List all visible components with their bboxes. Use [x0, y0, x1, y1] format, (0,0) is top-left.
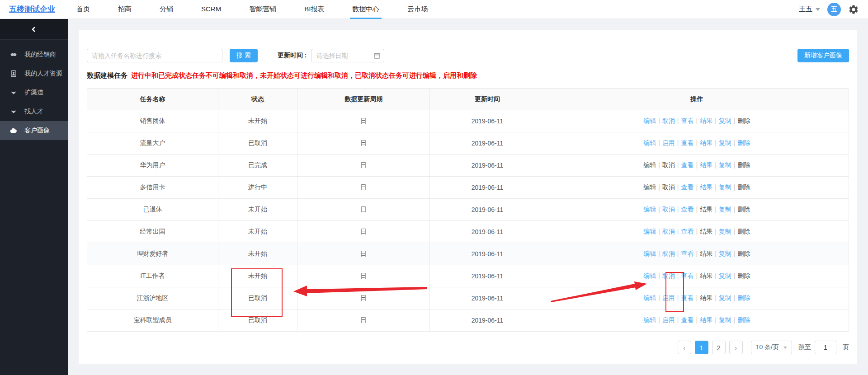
action-link-4[interactable]: 复制	[719, 206, 731, 213]
action-link-0[interactable]: 编辑	[643, 228, 656, 235]
avatar[interactable]: 五	[827, 3, 841, 16]
action-link-5[interactable]: 删除	[737, 294, 750, 301]
nav-item-0[interactable]: 首页	[74, 0, 92, 19]
action-link-1[interactable]: 取消	[662, 183, 675, 191]
action-link-3[interactable]: 结果	[700, 206, 712, 213]
nav-item-1[interactable]: 招商	[116, 0, 134, 19]
action-link-0[interactable]: 编辑	[643, 206, 656, 213]
action-link-3[interactable]: 结果	[700, 228, 712, 235]
action-link-3[interactable]: 结果	[700, 316, 712, 323]
action-link-1[interactable]: 启用	[662, 316, 675, 323]
action-link-0[interactable]: 编辑	[643, 250, 656, 257]
action-link-1[interactable]: 取消	[662, 206, 675, 213]
action-link-4[interactable]: 复制	[719, 250, 731, 257]
sidebar-item-3[interactable]: 找人才	[0, 102, 68, 121]
action-link-1[interactable]: 取消	[662, 161, 675, 169]
pagination-page-2[interactable]: 2	[712, 341, 726, 354]
gear-icon[interactable]	[848, 4, 859, 15]
search-input[interactable]	[87, 49, 222, 62]
action-link-1[interactable]: 启用	[662, 294, 675, 301]
action-link-5[interactable]: 删除	[737, 272, 750, 279]
action-link-3[interactable]: 结果	[700, 183, 712, 191]
action-link-0[interactable]: 编辑	[643, 183, 656, 191]
action-link-1[interactable]: 取消	[662, 272, 675, 279]
jump-to-input[interactable]	[815, 341, 836, 354]
action-separator: |	[715, 316, 717, 323]
action-link-5[interactable]: 删除	[737, 250, 750, 257]
action-link-0[interactable]: 编辑	[643, 161, 656, 169]
page-title: 数据建模任务	[87, 71, 127, 80]
action-link-2[interactable]: 查看	[681, 272, 694, 279]
nav-item-6[interactable]: 数据中心	[350, 0, 382, 19]
action-link-2[interactable]: 查看	[681, 316, 694, 323]
sidebar-item-2[interactable]: 扩渠道	[0, 83, 68, 102]
action-link-4[interactable]: 复制	[719, 272, 731, 279]
action-separator: |	[677, 206, 679, 213]
pagination-page-1[interactable]: 1	[695, 341, 708, 354]
action-link-2[interactable]: 查看	[681, 250, 694, 257]
action-link-2[interactable]: 查看	[681, 117, 694, 124]
action-separator: |	[696, 206, 698, 213]
action-link-4[interactable]: 复制	[719, 228, 731, 235]
action-link-5[interactable]: 删除	[737, 206, 750, 213]
action-link-4[interactable]: 复制	[719, 139, 731, 146]
action-link-0[interactable]: 编辑	[643, 117, 656, 124]
action-link-4[interactable]: 复制	[719, 161, 731, 169]
action-link-3[interactable]: 结果	[700, 294, 712, 301]
page-size-select[interactable]: 10 条/页	[751, 341, 792, 354]
action-link-5[interactable]: 删除	[737, 316, 750, 323]
sidebar-item-0[interactable]: 我的经销商	[0, 45, 68, 64]
add-customer-profile-button[interactable]: 新增客户画像	[797, 49, 849, 62]
action-link-1[interactable]: 取消	[662, 117, 675, 124]
action-link-1[interactable]: 取消	[662, 250, 675, 257]
action-link-3[interactable]: 结果	[700, 272, 712, 279]
action-link-3[interactable]: 结果	[700, 117, 712, 124]
search-button[interactable]: 搜 索	[230, 49, 258, 62]
action-link-5[interactable]: 删除	[737, 161, 750, 169]
sidebar-item-1[interactable]: 我的人才资源	[0, 64, 68, 83]
action-link-0[interactable]: 编辑	[643, 272, 656, 279]
action-link-2[interactable]: 查看	[681, 294, 694, 301]
task-name: 销售团体	[87, 110, 218, 132]
brand-logo[interactable]: 五楼测试企业	[9, 4, 55, 14]
action-link-3[interactable]: 结果	[700, 161, 712, 169]
action-link-2[interactable]: 查看	[681, 139, 694, 146]
sidebar-item-4[interactable]: 客户画像	[0, 121, 68, 140]
nav-item-4[interactable]: 智能营销	[247, 0, 278, 19]
action-link-4[interactable]: 复制	[719, 183, 731, 191]
action-link-2[interactable]: 查看	[681, 161, 694, 169]
date-input[interactable]	[311, 49, 384, 62]
action-link-1[interactable]: 取消	[662, 228, 675, 235]
sidebar-collapse-button[interactable]	[0, 19, 68, 40]
action-link-2[interactable]: 查看	[681, 228, 694, 235]
action-link-3[interactable]: 结果	[700, 139, 712, 146]
nav-item-3[interactable]: SCRM	[199, 0, 223, 19]
action-link-4[interactable]: 复制	[719, 294, 731, 301]
action-link-2[interactable]: 查看	[681, 183, 694, 191]
action-link-2[interactable]: 查看	[681, 206, 694, 213]
action-link-4[interactable]: 复制	[719, 117, 731, 124]
action-separator: |	[658, 294, 660, 301]
action-link-5[interactable]: 删除	[737, 183, 750, 191]
nav-item-2[interactable]: 分销	[157, 0, 175, 19]
pagination-next-button[interactable]: ›	[729, 341, 743, 354]
task-updated: 2019-06-11	[430, 177, 545, 199]
user-menu[interactable]: 王五	[799, 5, 820, 14]
action-link-1[interactable]: 启用	[662, 139, 675, 146]
action-separator: |	[658, 117, 660, 124]
action-link-5[interactable]: 删除	[737, 228, 750, 235]
nav-item-5[interactable]: BI报表	[302, 0, 326, 19]
pagination-prev-button[interactable]: ‹	[678, 341, 691, 354]
task-name: 江浙沪地区	[87, 287, 218, 309]
action-link-4[interactable]: 复制	[719, 316, 731, 323]
nav-item-7[interactable]: 云市场	[405, 0, 430, 19]
action-link-0[interactable]: 编辑	[643, 294, 656, 301]
action-link-0[interactable]: 编辑	[643, 139, 656, 146]
task-status: 已取消	[218, 309, 297, 332]
action-link-0[interactable]: 编辑	[643, 316, 656, 323]
task-name: 已退休	[87, 199, 218, 221]
action-link-5[interactable]: 删除	[737, 117, 750, 124]
task-name: 经常出国	[87, 221, 218, 243]
action-link-5[interactable]: 删除	[737, 139, 750, 146]
action-link-3[interactable]: 结果	[700, 250, 712, 257]
